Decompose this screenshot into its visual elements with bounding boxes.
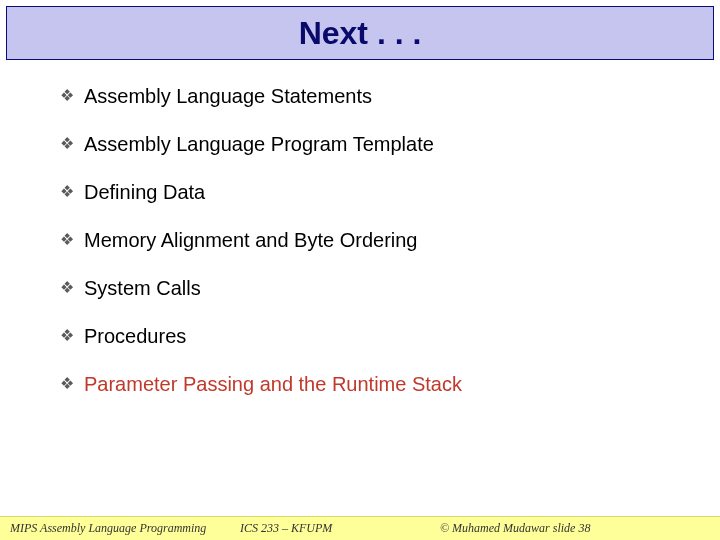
list-item-text: Assembly Language Statements bbox=[84, 84, 372, 108]
diamond-bullet-icon: ❖ bbox=[60, 84, 76, 108]
diamond-bullet-icon: ❖ bbox=[60, 132, 76, 156]
list-item-text: Assembly Language Program Template bbox=[84, 132, 434, 156]
footer-right: © Muhamed Mudawar slide 38 bbox=[440, 521, 710, 536]
diamond-bullet-icon: ❖ bbox=[60, 372, 76, 396]
list-item-text: Memory Alignment and Byte Ordering bbox=[84, 228, 418, 252]
list-item-text: System Calls bbox=[84, 276, 201, 300]
list-item: ❖ Procedures bbox=[60, 324, 720, 348]
list-item: ❖ Parameter Passing and the Runtime Stac… bbox=[60, 372, 720, 396]
bullet-list: ❖ Assembly Language Statements ❖ Assembl… bbox=[0, 60, 720, 396]
diamond-bullet-icon: ❖ bbox=[60, 324, 76, 348]
diamond-bullet-icon: ❖ bbox=[60, 228, 76, 252]
slide-footer: MIPS Assembly Language Programming ICS 2… bbox=[0, 516, 720, 540]
diamond-bullet-icon: ❖ bbox=[60, 180, 76, 204]
list-item-text: Procedures bbox=[84, 324, 186, 348]
footer-left: MIPS Assembly Language Programming bbox=[10, 521, 240, 536]
list-item: ❖ Assembly Language Program Template bbox=[60, 132, 720, 156]
title-bar: Next . . . bbox=[6, 6, 714, 60]
list-item: ❖ Assembly Language Statements bbox=[60, 84, 720, 108]
slide-title: Next . . . bbox=[299, 15, 422, 52]
list-item: ❖ System Calls bbox=[60, 276, 720, 300]
list-item-text: Parameter Passing and the Runtime Stack bbox=[84, 372, 462, 396]
list-item-text: Defining Data bbox=[84, 180, 205, 204]
list-item: ❖ Defining Data bbox=[60, 180, 720, 204]
diamond-bullet-icon: ❖ bbox=[60, 276, 76, 300]
list-item: ❖ Memory Alignment and Byte Ordering bbox=[60, 228, 720, 252]
footer-center: ICS 233 – KFUPM bbox=[240, 521, 440, 536]
